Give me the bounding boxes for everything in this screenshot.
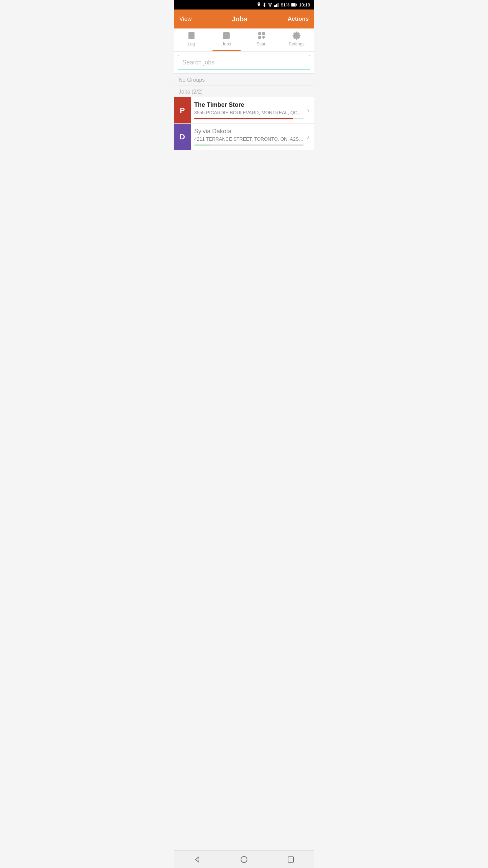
- chevron-right-icon: ›: [307, 97, 314, 123]
- signal-icon: [274, 3, 279, 7]
- avatar: P: [174, 97, 191, 123]
- tab-log-label: Log: [188, 41, 195, 46]
- svg-rect-0: [274, 5, 275, 7]
- svg-rect-6: [297, 4, 297, 6]
- svg-rect-1: [275, 5, 276, 7]
- svg-rect-3: [277, 3, 278, 7]
- job-progress-bar: [194, 118, 304, 119]
- job-address: 3555 PICARDIE BOULEVARD, MONTREAL, QC, G…: [194, 110, 304, 115]
- document-icon: [187, 31, 196, 40]
- svg-rect-8: [189, 32, 194, 39]
- page-title: Jobs: [232, 15, 248, 23]
- top-nav: View Jobs Actions: [174, 9, 314, 28]
- location-icon: [257, 2, 261, 7]
- job-item[interactable]: D Sylvia Dakota 4211 TERRANCE STREET, TO…: [174, 124, 314, 150]
- bluetooth-icon: [263, 2, 266, 7]
- scan-icon: [257, 31, 266, 40]
- svg-rect-13: [259, 33, 261, 35]
- search-container: [174, 52, 314, 74]
- battery-text: 81%: [281, 2, 289, 7]
- svg-rect-4: [278, 3, 279, 7]
- job-item[interactable]: P The Timber Store 3555 PICARDIE BOULEVA…: [174, 97, 314, 124]
- tab-scan-label: Scan: [257, 41, 267, 46]
- tab-scan[interactable]: Scan: [244, 28, 279, 51]
- job-address: 4211 TERRANCE STREET, TORONTO, ON, A2ST6…: [194, 136, 304, 142]
- tab-settings-label: Settings: [289, 41, 305, 46]
- jobs-header: Jobs (2/2): [174, 85, 314, 97]
- battery-icon: [291, 3, 297, 7]
- actions-button[interactable]: Actions: [288, 16, 309, 22]
- tab-jobs[interactable]: Jobs: [209, 28, 244, 51]
- no-groups-header: No Groups: [174, 74, 314, 85]
- job-progress-bar: [194, 144, 304, 146]
- view-button[interactable]: View: [179, 16, 192, 22]
- svg-rect-15: [259, 36, 261, 39]
- svg-rect-14: [262, 33, 265, 35]
- chevron-right-icon: ›: [307, 124, 314, 150]
- job-title: The Timber Store: [194, 101, 304, 108]
- tab-jobs-label: Jobs: [222, 41, 231, 46]
- tab-settings[interactable]: Settings: [279, 28, 314, 51]
- wifi-icon: [268, 3, 272, 7]
- time-text: 10:18: [299, 2, 310, 7]
- job-title: Sylvia Dakota: [194, 128, 304, 135]
- svg-rect-7: [291, 3, 296, 6]
- status-bar: 81% 10:18: [174, 0, 314, 9]
- search-input[interactable]: [178, 55, 310, 70]
- tab-bar: Log Jobs Scan: [174, 28, 314, 52]
- job-list: P The Timber Store 3555 PICARDIE BOULEVA…: [174, 97, 314, 150]
- status-icons: 81% 10:18: [257, 2, 310, 7]
- avatar: D: [174, 124, 191, 150]
- gear-icon: [292, 31, 301, 40]
- checkbox-icon: [222, 31, 231, 40]
- svg-rect-2: [276, 4, 277, 7]
- tab-log[interactable]: Log: [174, 28, 209, 51]
